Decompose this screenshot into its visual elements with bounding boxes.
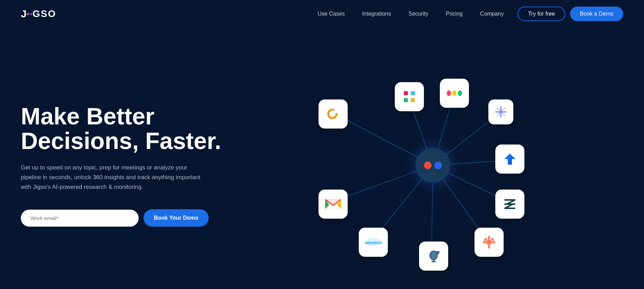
zendesk-integration-icon bbox=[495, 190, 524, 219]
postgresql-integration-icon bbox=[419, 242, 448, 271]
hero-left: Make Better Decisions, Faster. Get up to… bbox=[21, 104, 243, 227]
jira-integration-icon bbox=[495, 144, 524, 174]
gmail-integration-icon bbox=[319, 190, 348, 219]
hero-title: Make Better Decisions, Faster. bbox=[21, 104, 243, 154]
nav-security[interactable]: Security bbox=[408, 11, 428, 17]
svg-rect-28 bbox=[492, 241, 495, 243]
svg-rect-26 bbox=[488, 245, 490, 248]
salesforce-integration-icon: salesforce bbox=[359, 228, 388, 257]
svg-point-32 bbox=[431, 252, 436, 259]
hero-section: Make Better Decisions, Faster. Get up to… bbox=[0, 28, 644, 289]
nav-pricing[interactable]: Pricing bbox=[446, 11, 463, 17]
nav-links: Use Cases Integrations Security Pricing … bbox=[317, 11, 504, 17]
hub-dot-red bbox=[424, 161, 432, 169]
svg-point-24 bbox=[486, 239, 492, 245]
hub-dot-blue bbox=[434, 161, 442, 169]
slack-integration-icon bbox=[395, 82, 424, 111]
svg-point-14 bbox=[447, 90, 451, 96]
svg-rect-13 bbox=[411, 98, 415, 102]
hootsuite-integration-icon bbox=[319, 99, 348, 129]
hubspot-integration-icon bbox=[475, 228, 504, 257]
nav-integrations[interactable]: Integrations bbox=[362, 11, 391, 17]
hero-form: Book Your Demo bbox=[21, 209, 243, 227]
svg-point-15 bbox=[452, 90, 456, 96]
monday-integration-icon bbox=[440, 79, 469, 108]
nav-use-cases[interactable]: Use Cases bbox=[317, 11, 345, 17]
svg-rect-12 bbox=[404, 98, 408, 102]
svg-rect-11 bbox=[411, 91, 415, 95]
book-your-demo-button[interactable]: Book Your Demo bbox=[143, 209, 209, 227]
navbar: J GSO Use Cases Integrations Security Pr… bbox=[0, 0, 644, 28]
logo-dot-red bbox=[27, 13, 29, 15]
svg-rect-27 bbox=[483, 241, 486, 243]
logo-dot-blue bbox=[30, 13, 32, 15]
try-free-button[interactable]: Try for free bbox=[517, 7, 565, 21]
svg-point-16 bbox=[458, 90, 462, 96]
hero-description: Get up to speed on any topic, prep for m… bbox=[21, 163, 201, 192]
hero-right: salesforce bbox=[243, 44, 623, 287]
logo[interactable]: J GSO bbox=[21, 8, 56, 20]
svg-point-33 bbox=[436, 251, 440, 254]
svg-rect-35 bbox=[432, 261, 436, 262]
svg-rect-10 bbox=[404, 91, 408, 95]
book-demo-button[interactable]: Book a Demo bbox=[570, 7, 623, 21]
integration-diagram: salesforce bbox=[325, 58, 540, 273]
svg-rect-25 bbox=[488, 236, 490, 239]
notion-integration-icon bbox=[488, 99, 513, 124]
svg-text:salesforce: salesforce bbox=[365, 241, 382, 245]
email-input[interactable] bbox=[21, 210, 139, 227]
nav-company[interactable]: Company bbox=[480, 11, 504, 17]
center-hub bbox=[416, 148, 450, 183]
